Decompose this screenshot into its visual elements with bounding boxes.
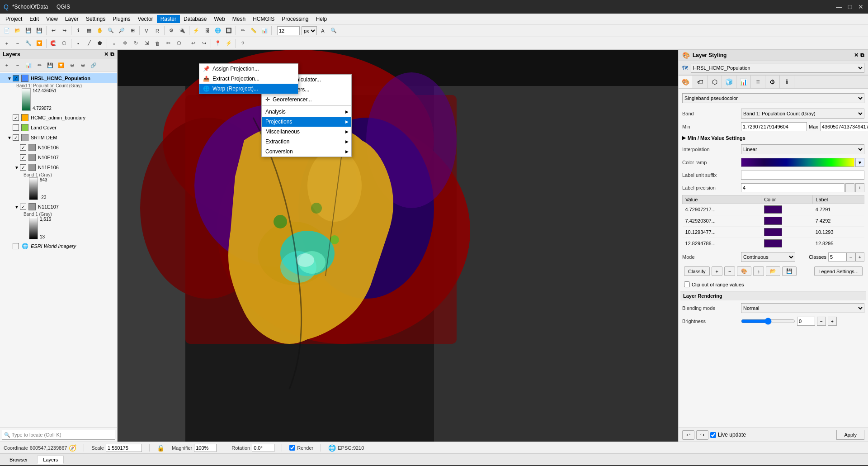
undo-style-btn[interactable]: ↩ xyxy=(682,430,694,440)
save-project-btn[interactable]: 💾 xyxy=(24,26,33,36)
save-style-btn[interactable]: 💾 xyxy=(782,266,797,276)
classes-inc-btn[interactable]: + xyxy=(855,252,864,262)
layer-item[interactable]: ✓HCMC_admin_boundary xyxy=(0,113,117,123)
move-btn[interactable]: ✥ xyxy=(120,38,130,48)
extract-projection-item[interactable]: 📤Extract Projection... xyxy=(199,74,298,84)
magnifier-input[interactable] xyxy=(194,444,217,452)
identify-btn[interactable]: ℹ xyxy=(73,26,83,36)
renderer-select[interactable]: Singleband pseudocolor xyxy=(682,93,864,103)
layer-checkbox[interactable]: ✓ xyxy=(20,164,26,171)
layer-item[interactable]: 🌐ESRI World Imagery xyxy=(0,241,117,251)
layer-item[interactable]: Land Cover xyxy=(0,123,117,133)
add-layer-tb-btn[interactable]: + xyxy=(2,60,12,70)
menubar-item-raster[interactable]: Raster xyxy=(157,15,180,23)
miscellaneous-item[interactable]: Miscellaneous xyxy=(262,127,351,137)
menubar-item-plugins[interactable]: Plugins xyxy=(109,15,134,23)
scale-input[interactable] xyxy=(106,444,142,452)
layer-expand-icon[interactable]: ▼ xyxy=(7,135,13,140)
remove-layer-tb-btn[interactable]: − xyxy=(13,60,23,70)
map-canvas[interactable]: 📊Raster Calculator... ⊞Align Rasters... … xyxy=(118,50,678,442)
menubar-item-database[interactable]: Database xyxy=(180,15,210,23)
clip-checkbox[interactable] xyxy=(684,281,690,287)
collapse-all-btn[interactable]: ⊖ xyxy=(67,60,77,70)
conversion-item[interactable]: Conversion xyxy=(262,147,351,157)
legend-settings-btn[interactable]: Legend Settings... xyxy=(814,266,863,276)
expand-all-btn[interactable]: ⊕ xyxy=(78,60,88,70)
minmax-expand-icon[interactable]: ▶ xyxy=(682,135,686,141)
color-picker-btn[interactable]: 🎨 xyxy=(737,266,751,276)
draw-point-btn[interactable]: • xyxy=(73,38,83,48)
zoom-in-btn[interactable]: 🔍 xyxy=(106,26,116,36)
help-btn[interactable]: ? xyxy=(238,38,248,48)
filter-btn[interactable]: 🔽 xyxy=(34,38,44,48)
invert-btn[interactable]: ↕ xyxy=(753,266,764,276)
maximize-button[interactable]: □ xyxy=(846,3,854,10)
precision-dec-btn[interactable]: − xyxy=(845,183,854,192)
layer-item[interactable]: ▼✓SRTM DEM xyxy=(0,133,117,143)
styling-tab-metadata[interactable]: ℹ xyxy=(780,76,794,88)
layer-checkbox[interactable] xyxy=(13,243,19,249)
settings-btn[interactable]: ⚙ xyxy=(166,26,176,36)
menubar-item-hcmgis[interactable]: HCMGIS xyxy=(249,15,278,23)
add-class-btn[interactable]: + xyxy=(712,266,722,276)
color-ramp-display[interactable] xyxy=(741,158,854,167)
font-size-input[interactable] xyxy=(277,26,300,35)
styling-layer-select[interactable]: HRSL_HCMC_Population xyxy=(691,63,864,73)
layers-float-btn[interactable]: ⧉ xyxy=(110,51,114,57)
layer-item[interactable]: ▼✓N11E107 xyxy=(0,202,117,212)
color-swatch[interactable] xyxy=(764,228,782,236)
brightness-input[interactable]: 0 xyxy=(797,317,815,326)
draw-line-btn[interactable]: ╱ xyxy=(84,38,94,48)
menubar-item-edit[interactable]: Edit xyxy=(26,15,42,23)
layer-checkbox[interactable]: ✓ xyxy=(13,114,19,121)
menubar-item-view[interactable]: View xyxy=(42,15,61,23)
menubar-item-layer[interactable]: Layer xyxy=(61,15,82,23)
color-cell[interactable] xyxy=(761,227,813,238)
measure-btn[interactable]: 📏 xyxy=(249,26,259,36)
remove-layer-btn[interactable]: − xyxy=(13,38,23,48)
analysis-item[interactable]: Analysis xyxy=(262,107,351,117)
layer-item[interactable]: ▼✓HRSL_HCMC_Population xyxy=(0,73,117,83)
layer-item[interactable]: ▼✓N11E106 xyxy=(0,162,117,172)
undo-btn[interactable]: ↩ xyxy=(48,26,58,36)
layer-link-btn[interactable]: 🔗 xyxy=(89,60,99,70)
rotate-btn[interactable]: ↻ xyxy=(131,38,141,48)
classes-input[interactable]: 5 xyxy=(828,252,846,262)
redo-edit-btn[interactable]: ↪ xyxy=(199,38,209,48)
epsg-value[interactable]: EPSG:9210 xyxy=(338,445,364,451)
db-btn[interactable]: 🗄 xyxy=(202,26,212,36)
merge-btn[interactable]: ⬡ xyxy=(174,38,184,48)
layer-checkbox[interactable]: ✓ xyxy=(13,134,19,141)
styling-tab-3d[interactable]: 🧊 xyxy=(722,76,736,88)
advanced-btn[interactable]: ⚡ xyxy=(224,38,234,48)
processing-btn[interactable]: ⚡ xyxy=(191,26,201,36)
menubar-item-settings[interactable]: Settings xyxy=(82,15,109,23)
snap-btn[interactable]: 🧲 xyxy=(48,38,58,48)
zoom-out-btn[interactable]: 🔎 xyxy=(117,26,127,36)
brightness-slider[interactable] xyxy=(741,318,795,325)
min-input[interactable]: 1.729072179149604 xyxy=(741,122,807,131)
save-as-btn[interactable]: 💾 xyxy=(34,26,44,36)
toggle-editing-btn[interactable]: ✏ xyxy=(34,60,44,70)
table-row[interactable]: 4.72907217...4.7291 xyxy=(683,204,864,215)
layer-item[interactable]: ✓N10E106 xyxy=(0,143,117,152)
styling-tab-diagrams[interactable]: 📊 xyxy=(736,76,751,88)
layers-tab[interactable]: Layers xyxy=(37,456,64,464)
mode-select[interactable]: Continuous xyxy=(741,252,795,262)
layer-checkbox[interactable]: ✓ xyxy=(20,154,26,161)
apply-button[interactable]: Apply xyxy=(836,430,864,440)
load-btn[interactable]: 📂 xyxy=(766,266,780,276)
layer-expand-icon[interactable]: ▼ xyxy=(14,204,20,209)
blending-select[interactable]: Normal xyxy=(741,303,864,313)
attr-table-btn[interactable]: 📊 xyxy=(259,26,269,36)
projections-item[interactable]: Projections xyxy=(262,117,351,127)
redo-style-btn[interactable]: ↪ xyxy=(696,430,708,440)
live-update-checkbox[interactable] xyxy=(710,432,716,438)
menubar-item-project[interactable]: Project xyxy=(2,15,26,23)
assign-projection-item[interactable]: 📌Assign Projection... xyxy=(199,64,298,74)
layer-item[interactable]: ✓N10E107 xyxy=(0,152,117,162)
color-ramp-arrow[interactable]: ▼ xyxy=(855,158,864,167)
georeferencer-item[interactable]: ✛Georeferencer... xyxy=(262,95,351,105)
warp-reproject-item[interactable]: 🌐Warp (Reproject)... xyxy=(199,84,298,94)
topology-btn[interactable]: ⬡ xyxy=(59,38,69,48)
